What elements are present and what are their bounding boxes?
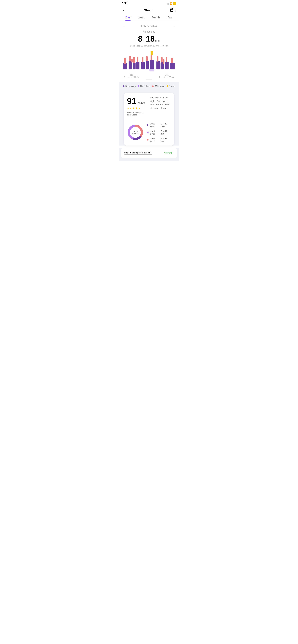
light-sleep-stat-label: Light sleep — [150, 130, 161, 135]
page-title: Sleep — [144, 8, 152, 12]
rem-sleep-dot — [152, 86, 154, 87]
deep-sleep-label: Deep sleep — [125, 85, 136, 87]
back-button[interactable]: ← — [122, 8, 126, 13]
deep-sleep-stat-label: Deep sleep — [150, 122, 161, 128]
tab-year[interactable]: Year — [167, 16, 173, 21]
hours-label: h — [143, 39, 144, 42]
svg-rect-8 — [129, 56, 131, 61]
svg-rect-26 — [161, 57, 163, 62]
score-display: 91 points — [127, 96, 147, 106]
wifi-icon: 📶 — [170, 2, 172, 5]
sleep-hours: 8 — [138, 34, 142, 44]
star-2: ★ — [130, 107, 132, 110]
status-icons: 📶 17 — [166, 2, 176, 5]
stat-deep-sleep: Deep sleep 2 h 50 min — [147, 122, 171, 128]
star-1: ★ — [127, 107, 129, 110]
chevron-right-icon: › — [173, 152, 174, 155]
date-navigation: ‹ Feb 22, 2024 › — [119, 21, 179, 29]
calendar-button[interactable] — [170, 8, 174, 12]
svg-rect-12 — [136, 62, 139, 70]
svg-rect-23 — [157, 61, 160, 70]
stats-list: Deep sleep 2 h 50 min Light sleep 3 h 37… — [147, 122, 171, 142]
svg-rect-29 — [166, 57, 167, 62]
score-top: 91 points ★ ★ ★ ★ ★ Better than 99% ofot… — [127, 96, 171, 119]
rem-sleep-stat-dot — [147, 139, 148, 140]
bed-time: Bed time 12:22 AM — [124, 76, 139, 78]
rise-date: 2/22 — [159, 74, 174, 76]
signal-icon — [166, 2, 169, 5]
legend-rem-sleep: REM sleep — [152, 85, 165, 87]
star-5: ★ — [138, 107, 140, 110]
donut-chart: Sleepstatistics — [127, 124, 144, 141]
night-sleep-bar-title: Night sleep 8 h 18 min — [124, 151, 152, 155]
svg-rect-14 — [141, 62, 145, 70]
tab-day[interactable]: Day — [125, 16, 130, 21]
svg-rect-10 — [133, 62, 136, 70]
legend-light-sleep: Light sleep — [138, 85, 150, 87]
current-date: Feb 22, 2024 — [141, 25, 157, 28]
deep-sleep-dot — [123, 86, 124, 87]
score-card: 91 points ★ ★ ★ ★ ★ Better than 99% ofot… — [124, 93, 174, 146]
sleep-summary: Night sleep 8 h 18 min Deep sleep 36 min… — [119, 29, 179, 47]
light-sleep-dot — [138, 86, 139, 87]
sleep-minutes: 18 — [146, 34, 155, 44]
svg-rect-20 — [151, 51, 153, 55]
sleep-chart-svg — [121, 48, 177, 73]
tab-week[interactable]: Week — [138, 16, 145, 21]
bed-date: 2/22 — [124, 74, 139, 76]
score-points-label: points — [137, 102, 145, 104]
sleep-duration: 8 h 18 min — [122, 34, 176, 44]
deep-sleep-info: Deep sleep 36 minutes 6:13 AM - 6:49 AM — [122, 45, 176, 47]
light-sleep-label: Light sleep — [140, 85, 150, 87]
status-time: 3:54 — [122, 2, 127, 5]
tab-bar: Day Week Month Year — [119, 15, 179, 21]
rise-time: Rise time 9:00 AM — [159, 76, 174, 78]
rise-time-info: 2/22 Rise time 9:00 AM — [159, 74, 174, 78]
rem-sleep-stat-label: REM sleep — [150, 137, 161, 142]
night-sleep-bar[interactable]: Night sleep 8 h 18 min Normal › — [121, 148, 177, 158]
score-comparison: Better than 99% ofother users — [127, 111, 147, 116]
svg-rect-15 — [142, 57, 143, 62]
score-description: You slept well last night. Deep sleep ac… — [150, 96, 171, 110]
stat-light-sleep: Light sleep 3 h 37 min — [147, 130, 171, 135]
light-sleep-stat-dot — [147, 132, 148, 133]
svg-rect-13 — [137, 56, 138, 62]
svg-rect-24 — [157, 56, 159, 62]
status-bar: 3:54 📶 17 — [119, 0, 179, 6]
light-sleep-stat-value: 3 h 37 min — [161, 130, 171, 135]
sleep-chart-container: 2/22 Bed time 12:22 AM 2/22 Rise time 9:… — [119, 48, 179, 78]
bed-time-info: 2/22 Bed time 12:22 AM — [124, 74, 139, 78]
svg-rect-0 — [171, 9, 173, 12]
star-4: ★ — [135, 107, 138, 110]
svg-rect-28 — [165, 62, 169, 70]
rem-sleep-label: REM sleep — [155, 85, 165, 87]
sleep-chart — [121, 48, 177, 73]
minutes-label: min — [155, 39, 160, 42]
battery-indicator: 17 — [173, 2, 176, 5]
svg-rect-5 — [123, 63, 127, 70]
legend-area: Deep sleep Light sleep REM sleep Awake — [119, 82, 179, 90]
prev-date-button[interactable]: ‹ — [122, 24, 126, 28]
tab-month[interactable]: Month — [152, 16, 160, 21]
star-3: ★ — [132, 107, 135, 110]
svg-rect-21 — [150, 69, 154, 72]
scroll-handle — [119, 78, 179, 80]
score-stars: ★ ★ ★ ★ ★ — [127, 107, 147, 110]
svg-rect-18 — [150, 60, 154, 70]
underline-decoration — [124, 154, 152, 155]
next-date-button[interactable]: › — [172, 24, 176, 28]
rem-sleep-stat-value: 1 h 51 min — [161, 137, 171, 142]
more-button[interactable] — [176, 9, 176, 12]
normal-label: Normal — [164, 152, 172, 154]
svg-rect-9 — [131, 58, 133, 62]
stat-rem-sleep: REM sleep 1 h 51 min — [147, 137, 171, 142]
header: ← Sleep — [119, 6, 179, 15]
deep-sleep-stat-dot — [147, 124, 148, 126]
score-left: 91 points ★ ★ ★ ★ ★ Better than 99% ofot… — [127, 96, 147, 116]
svg-rect-31 — [171, 58, 173, 63]
awake-label: Awake — [169, 85, 175, 87]
legend-deep-sleep: Deep sleep — [123, 85, 136, 87]
svg-rect-6 — [124, 58, 126, 64]
svg-rect-30 — [170, 63, 175, 70]
score-number: 91 — [127, 96, 136, 106]
